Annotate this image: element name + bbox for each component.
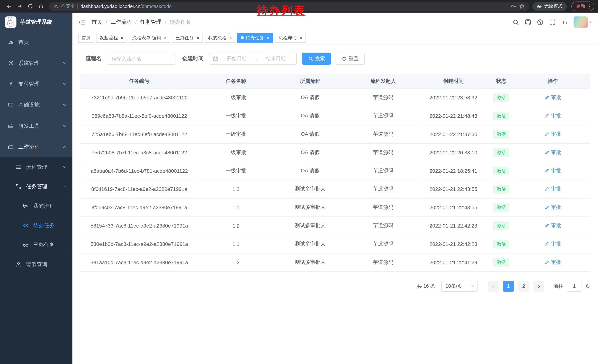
table-cell: OA 请假 — [274, 125, 347, 143]
table-cell: 8f059c03-7ac8-11ec-a9e2-a2380e71991a — [80, 198, 199, 217]
table-cell: OA 请假 — [274, 162, 347, 180]
sidebar-item-label: 研发工具 — [18, 122, 40, 129]
user-avatar[interactable] — [573, 16, 593, 28]
next-page-button[interactable] — [533, 281, 544, 291]
tab-首页[interactable]: 首页 — [78, 33, 94, 43]
sidebar-item-task-mgmt[interactable]: 任务管理 — [0, 177, 72, 196]
approve-link[interactable]: 审批 — [544, 112, 561, 119]
list-icon — [16, 164, 21, 170]
glasses-icon — [23, 242, 29, 248]
sidebar-item-infra[interactable]: 基础设施 — [0, 95, 72, 115]
approve-link[interactable]: 审批 — [544, 222, 561, 229]
tab-close-icon[interactable]: × — [197, 35, 199, 40]
sidebar-item-label: 请假查询 — [26, 261, 47, 268]
sidebar-item-todo-tasks[interactable]: 待办任务 — [0, 216, 72, 235]
tab-流程表单-编辑[interactable]: 流程表单-编辑× — [129, 33, 170, 43]
approve-link[interactable]: 审批 — [544, 186, 561, 192]
approve-label: 审批 — [551, 222, 561, 229]
table-cell: 芋道源码 — [347, 217, 419, 235]
tab-我的流程[interactable]: 我的流程× — [205, 33, 235, 43]
edit-icon — [544, 186, 549, 191]
approve-link[interactable]: 审批 — [544, 241, 561, 247]
sidebar-item-devtools[interactable]: 研发工具 — [0, 115, 72, 137]
column-header: 任务名称 — [199, 74, 274, 88]
breadcrumb-item[interactable]: 任务管理 — [140, 19, 161, 25]
tab-发起流程[interactable]: 发起流程× — [96, 33, 127, 43]
key-icon[interactable] — [511, 4, 516, 9]
tab-label: 发起流程 — [100, 34, 118, 41]
gear-icon — [8, 60, 14, 66]
chevron-down-icon — [63, 61, 67, 65]
process-name-input[interactable] — [107, 53, 175, 65]
date-range-picker[interactable]: 开始日期 - 结束日期 — [209, 53, 297, 65]
status-badge: 激活 — [493, 166, 509, 175]
breadcrumb-item[interactable]: 首页 — [91, 19, 102, 25]
breadcrumb-item[interactable]: 工作流程 — [110, 19, 132, 25]
star-icon[interactable] — [519, 4, 525, 9]
table-body: 73211d9d-7b9b-11ec-b5b7-acde48001122一级审批… — [80, 89, 590, 271]
tab-close-icon[interactable]: × — [299, 35, 302, 40]
approve-link[interactable]: 审批 — [544, 167, 561, 174]
approve-link[interactable]: 审批 — [544, 94, 561, 101]
question-icon[interactable] — [537, 19, 544, 25]
hamburger-icon[interactable] — [78, 18, 86, 26]
github-icon[interactable] — [525, 19, 531, 25]
tab-已办任务[interactable]: 已办任务× — [172, 33, 203, 43]
sidebar-item-home[interactable]: 首页 — [0, 32, 72, 53]
approve-label: 审批 — [551, 204, 561, 211]
table-cell: 测试多审批人 — [274, 217, 347, 235]
approve-link[interactable]: 审批 — [544, 131, 561, 138]
security-label: 不安全 — [61, 3, 75, 9]
sidebar-item-label: 任务管理 — [26, 183, 47, 190]
tab-close-icon[interactable]: × — [229, 35, 232, 40]
prev-page-button[interactable] — [488, 281, 498, 291]
page-button-2[interactable]: 2 — [518, 281, 529, 291]
sidebar-item-process-mgmt[interactable]: 流程管理 — [0, 157, 72, 177]
reload-button[interactable] — [25, 1, 35, 11]
tab-待办任务[interactable]: 待办任务× — [237, 33, 273, 43]
sidebar-item-my-process[interactable]: 我的流程 — [0, 196, 72, 216]
page-size-select[interactable]: 10条/页 — [441, 281, 478, 291]
approve-link[interactable]: 审批 — [544, 149, 561, 156]
dots-vertical-icon[interactable] — [587, 4, 592, 9]
back-button[interactable] — [4, 1, 14, 11]
goto-page-input[interactable] — [567, 281, 582, 291]
table-cell: 测试多审批人 — [274, 235, 347, 253]
forward-button[interactable] — [15, 1, 25, 11]
sidebar-item-system[interactable]: 系统管理 — [0, 53, 72, 73]
refresh-icon — [342, 56, 347, 61]
tab-close-icon[interactable]: × — [267, 35, 270, 40]
fullscreen-icon[interactable] — [549, 19, 556, 25]
app-logo[interactable]: 芋道管理系统 — [0, 13, 72, 32]
annotation-title: 待办列表 — [257, 3, 306, 18]
sidebar-menu: 首页系统管理¥支付管理基础设施研发工具工作流程流程管理任务管理我的流程待办任务已… — [0, 32, 72, 274]
omnibox-divider — [77, 4, 78, 9]
sidebar-item-payment[interactable]: ¥支付管理 — [0, 73, 72, 94]
table-cell: 2022-01-22 21:48:48 — [419, 107, 487, 125]
fontsize-icon[interactable]: TT — [561, 19, 568, 25]
reset-button[interactable]: 重置 — [336, 53, 365, 65]
tags-bar: 首页发起流程×流程表单-编辑×已办任务×我的流程×待办任务×流程详情× — [72, 32, 598, 44]
search-icon[interactable] — [513, 19, 519, 25]
table-cell: 激活 — [487, 89, 515, 107]
status-badge: 激活 — [493, 185, 509, 193]
table-cell: 审批 — [515, 162, 590, 180]
spy-icon — [537, 4, 542, 9]
pagination: 共 16 条 10条/页 12 前往 页 — [80, 281, 590, 291]
page-button-1[interactable]: 1 — [503, 281, 514, 291]
home-button[interactable] — [36, 1, 46, 11]
update-button[interactable]: 更新 — [571, 1, 594, 11]
sidebar-item-done-tasks[interactable]: 已办任务 — [0, 235, 72, 255]
sidebar-item-label: 首页 — [18, 39, 29, 46]
approve-link[interactable]: 审批 — [544, 204, 561, 211]
tab-close-icon[interactable]: × — [121, 35, 124, 40]
approve-link[interactable]: 审批 — [544, 259, 561, 266]
tab-close-icon[interactable]: × — [164, 35, 167, 40]
table-cell: 审批 — [515, 198, 590, 217]
search-button[interactable]: 搜索 — [302, 53, 331, 65]
page-size-value: 10条/页 — [446, 283, 462, 290]
tab-流程详情[interactable]: 流程详情× — [275, 33, 306, 43]
sidebar-item-leave-query[interactable]: 请假查询 — [0, 255, 72, 274]
sidebar-item-workflow[interactable]: 工作流程 — [0, 137, 72, 157]
sidebar-item-label: 工作流程 — [18, 144, 40, 150]
